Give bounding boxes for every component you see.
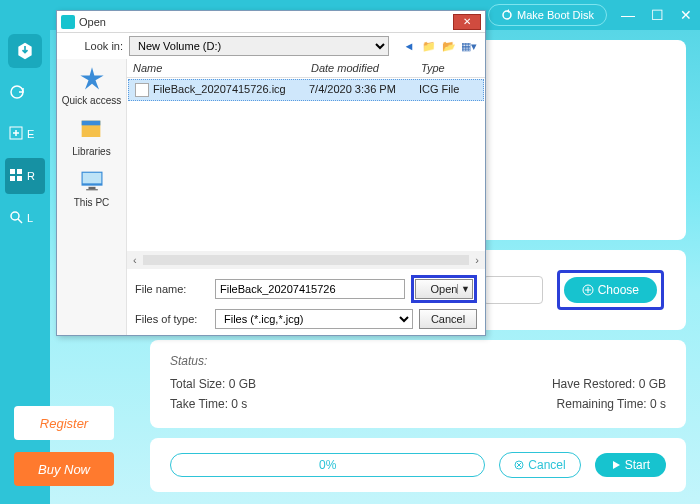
side-label: E bbox=[27, 128, 34, 140]
maximize-button[interactable]: ☐ bbox=[651, 7, 664, 23]
dialog-close-button[interactable]: ✕ bbox=[453, 14, 481, 30]
filetype-select[interactable]: Files (*.icg,*.jcg) bbox=[215, 309, 413, 329]
sidebar-item-2[interactable]: R bbox=[5, 158, 45, 194]
side-label: L bbox=[27, 212, 33, 224]
status-remain: Remaining Time: 0 s bbox=[557, 397, 666, 411]
choose-highlight: Choose bbox=[557, 270, 664, 310]
start-label: Start bbox=[625, 458, 650, 472]
choose-label: Choose bbox=[598, 283, 639, 297]
side-label: R bbox=[27, 170, 35, 182]
svg-rect-10 bbox=[82, 121, 101, 126]
libraries-icon bbox=[77, 116, 105, 144]
lookin-label: Look in: bbox=[65, 40, 123, 52]
new-folder-icon[interactable]: 📂 bbox=[441, 38, 457, 54]
open-button[interactable]: Open▼ bbox=[415, 279, 473, 299]
path-input[interactable] bbox=[483, 276, 543, 304]
grid-icon bbox=[9, 168, 25, 184]
choose-button[interactable]: Choose bbox=[564, 277, 657, 303]
file-type: ICG File bbox=[419, 83, 477, 97]
plus-icon bbox=[9, 126, 25, 142]
close-app-button[interactable]: ✕ bbox=[680, 7, 692, 23]
svg-point-6 bbox=[11, 212, 19, 220]
sync-icon bbox=[9, 84, 25, 100]
file-date: 7/4/2020 3:36 PM bbox=[309, 83, 419, 97]
search-icon bbox=[9, 210, 25, 226]
col-type[interactable]: Type bbox=[421, 62, 479, 74]
cancel-button[interactable]: Cancel bbox=[499, 452, 580, 478]
filetype-label: Files of type: bbox=[135, 313, 209, 325]
back-icon[interactable]: ◄ bbox=[401, 38, 417, 54]
play-icon bbox=[611, 460, 621, 470]
svg-rect-5 bbox=[17, 176, 22, 181]
refresh-icon bbox=[501, 9, 513, 21]
status-card: Status: Total Size: 0 GBHave Restored: 0… bbox=[150, 340, 686, 428]
star-icon bbox=[78, 65, 106, 93]
sidebar-item-3[interactable]: L bbox=[5, 200, 45, 236]
progress-bar: 0% bbox=[170, 453, 485, 477]
status-total: Total Size: 0 GB bbox=[170, 377, 256, 391]
svg-rect-12 bbox=[82, 173, 101, 184]
start-button[interactable]: Start bbox=[595, 453, 666, 477]
plus-circle-icon bbox=[582, 284, 594, 296]
chevron-down-icon[interactable]: ▼ bbox=[457, 284, 470, 294]
status-take: Take Time: 0 s bbox=[170, 397, 247, 411]
open-dialog: Open ✕ Look in: New Volume (D:) ◄ 📁 📂 ▦▾… bbox=[56, 10, 486, 336]
open-highlight: Open▼ bbox=[411, 275, 477, 303]
svg-point-0 bbox=[503, 11, 511, 19]
status-restored: Have Restored: 0 GB bbox=[552, 377, 666, 391]
quick-access-place[interactable]: Quick access bbox=[62, 65, 121, 106]
filename-input[interactable] bbox=[215, 279, 405, 299]
file-row-selected[interactable]: FileBack_20207415726.icg 7/4/2020 3:36 P… bbox=[128, 79, 484, 101]
svg-rect-13 bbox=[88, 187, 95, 189]
svg-rect-3 bbox=[17, 169, 22, 174]
horizontal-scrollbar[interactable]: ‹› bbox=[127, 251, 485, 269]
col-name[interactable]: Name bbox=[133, 62, 311, 74]
dialog-cancel-button[interactable]: Cancel bbox=[419, 309, 477, 329]
up-icon[interactable]: 📁 bbox=[421, 38, 437, 54]
dialog-icon bbox=[61, 15, 75, 29]
svg-rect-14 bbox=[86, 189, 98, 190]
register-button[interactable]: Register bbox=[14, 406, 114, 440]
file-name: FileBack_20207415726.icg bbox=[153, 83, 309, 97]
svg-rect-2 bbox=[10, 169, 15, 174]
action-card: 0% Cancel Start bbox=[150, 438, 686, 492]
svg-rect-4 bbox=[10, 176, 15, 181]
sidebar-item-0[interactable] bbox=[5, 74, 45, 110]
views-icon[interactable]: ▦▾ bbox=[461, 38, 477, 54]
lookin-select[interactable]: New Volume (D:) bbox=[129, 36, 389, 56]
minimize-button[interactable]: — bbox=[621, 7, 635, 23]
this-pc-place[interactable]: This PC bbox=[74, 167, 110, 208]
dialog-title: Open bbox=[79, 16, 106, 28]
make-boot-disk-button[interactable]: Make Boot Disk bbox=[488, 4, 607, 26]
col-date[interactable]: Date modified bbox=[311, 62, 421, 74]
status-title: Status: bbox=[170, 354, 666, 368]
sidebar-item-1[interactable]: E bbox=[5, 116, 45, 152]
filename-label: File name: bbox=[135, 283, 209, 295]
libraries-place[interactable]: Libraries bbox=[72, 116, 110, 157]
cancel-label: Cancel bbox=[528, 458, 565, 472]
file-icon bbox=[135, 83, 149, 97]
buy-now-button[interactable]: Buy Now bbox=[14, 452, 114, 486]
progress-label: 0% bbox=[319, 458, 336, 472]
app-logo bbox=[8, 34, 42, 68]
x-circle-icon bbox=[514, 460, 524, 470]
monitor-icon bbox=[78, 167, 106, 195]
make-boot-label: Make Boot Disk bbox=[517, 9, 594, 21]
